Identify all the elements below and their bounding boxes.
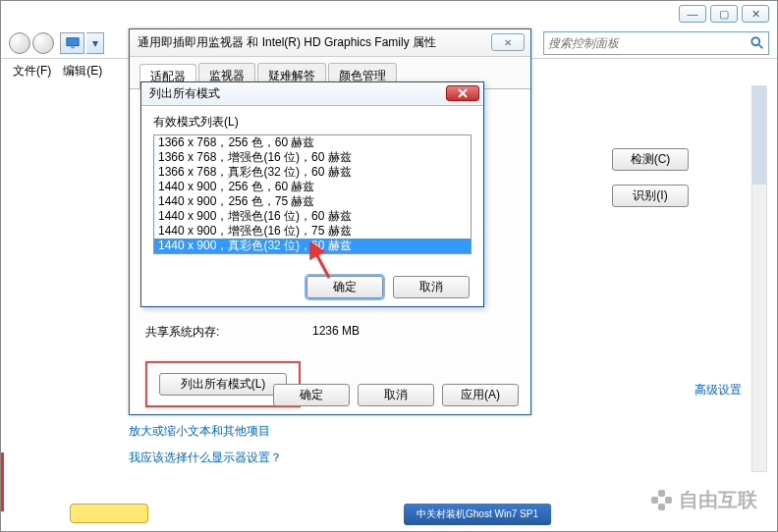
apply-button[interactable]: 应用(A): [442, 384, 519, 406]
yellow-badge: [70, 504, 148, 523]
forward-button[interactable]: [32, 32, 54, 54]
modes-listbox[interactable]: 1360 x 768，真彩色(32 位)，60 赫兹1366 x 768，256…: [153, 134, 472, 254]
close-icon: ✕: [504, 37, 512, 48]
close-icon: [458, 88, 468, 98]
modes-body: 有效模式列表(L) 1360 x 768，真彩色(32 位)，60 赫兹1366…: [141, 106, 483, 260]
search-box: [543, 31, 769, 55]
mode-item[interactable]: 1440 x 900，增强色(16 位)，75 赫兹: [154, 224, 471, 239]
mode-item[interactable]: 1440 x 900，256 色，60 赫兹: [154, 180, 471, 194]
svg-rect-1: [71, 47, 75, 49]
window: — ▢ ✕ ▾ 文件(F) 编辑(E) 检测(C) 识别(I) 高级设置: [0, 0, 778, 532]
menu-edit[interactable]: 编辑(E): [63, 63, 102, 80]
maximize-icon: ▢: [719, 8, 729, 21]
watermark-icon: [651, 490, 673, 511]
minimize-button[interactable]: —: [679, 5, 706, 23]
menubar: 文件(F) 编辑(E): [13, 63, 102, 80]
mode-item[interactable]: 1366 x 768，增强色(16 位)，60 赫兹: [154, 150, 471, 165]
shared-memory-value: 1236 MB: [253, 324, 515, 341]
mode-item[interactable]: 1366 x 768，256 色，60 赫兹: [154, 135, 471, 150]
annotation-arrow: [304, 242, 343, 285]
watermark-text: 自由互联: [679, 487, 757, 513]
side-buttons: 检测(C) 识别(I): [612, 148, 689, 207]
bottom-extras: 中关村装机Ghost Win7 SP1 自由互联: [70, 500, 767, 525]
scrollbar[interactable]: [751, 85, 767, 472]
dialog-close-button[interactable]: ✕: [491, 33, 525, 51]
modes-cancel-button[interactable]: 取消: [393, 276, 470, 298]
list-all-modes-button[interactable]: 列出所有模式(L): [159, 373, 287, 396]
mode-item[interactable]: 1366 x 768，真彩色(32 位)，60 赫兹: [154, 165, 471, 180]
scrollbar-thumb[interactable]: [752, 86, 766, 185]
modes-close-button[interactable]: [446, 85, 479, 101]
modes-titlebar: 列出所有模式: [141, 82, 483, 106]
shared-memory-label: 共享系统内存:: [145, 324, 253, 341]
ghost-badge: 中关村装机Ghost Win7 SP1: [404, 504, 551, 525]
dialog-footer: 确定 取消 应用(A): [273, 384, 519, 406]
window-controls: — ▢ ✕: [679, 5, 769, 23]
svg-point-2: [751, 37, 759, 45]
close-icon: ✕: [751, 8, 760, 21]
svg-rect-0: [66, 38, 78, 46]
maximize-button[interactable]: ▢: [710, 5, 738, 23]
minimize-icon: —: [688, 8, 698, 20]
help-links: 放大或缩小文本和其他项目 我应该选择什么显示器设置？: [129, 423, 282, 476]
watermark: 自由互联: [651, 487, 757, 513]
close-button[interactable]: ✕: [742, 5, 769, 23]
detect-button[interactable]: 检测(C): [612, 148, 689, 171]
dialog-title: 通用即插即用监视器 和 Intel(R) HD Graphics Family …: [138, 34, 436, 51]
link-which-settings[interactable]: 我应该选择什么显示器设置？: [129, 450, 282, 466]
menu-file[interactable]: 文件(F): [13, 63, 51, 80]
link-resize-text[interactable]: 放大或缩小文本和其他项目: [129, 423, 282, 440]
search-input[interactable]: [544, 36, 747, 50]
advanced-settings-link[interactable]: 高级设置: [695, 382, 742, 399]
search-button[interactable]: [747, 32, 768, 54]
shared-memory-row: 共享系统内存: 1236 MB: [145, 321, 515, 344]
modes-list-label: 有效模式列表(L): [153, 114, 472, 131]
back-button[interactable]: [9, 32, 30, 54]
search-icon: [750, 36, 764, 50]
address-dropdown[interactable]: ▾: [86, 32, 104, 54]
modes-title: 列出所有模式: [149, 85, 220, 102]
dialog-titlebar: 通用即插即用监视器 和 Intel(R) HD Graphics Family …: [130, 29, 530, 57]
identify-button[interactable]: 识别(I): [612, 185, 689, 207]
monitor-icon: [66, 36, 80, 50]
svg-line-3: [759, 45, 763, 49]
mode-item[interactable]: 1440 x 900，256 色，75 赫兹: [154, 194, 471, 209]
chevron-down-icon: ▾: [92, 36, 98, 50]
svg-line-6: [313, 248, 329, 278]
mode-item[interactable]: 1440 x 900，增强色(16 位)，60 赫兹: [154, 209, 471, 224]
annotation-edge: [1, 452, 4, 511]
cancel-button[interactable]: 取消: [358, 384, 434, 406]
ok-button[interactable]: 确定: [273, 384, 350, 406]
address-icon-button[interactable]: [60, 32, 84, 54]
nav-buttons: [9, 32, 54, 54]
